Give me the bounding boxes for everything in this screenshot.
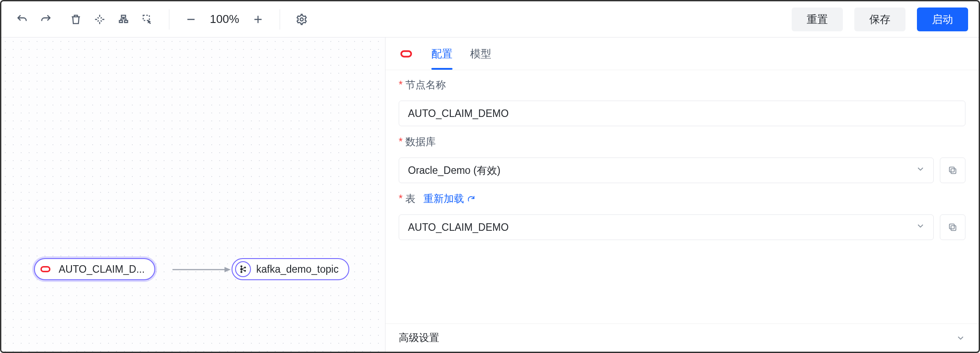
- svg-point-7: [244, 267, 246, 268]
- tab-config[interactable]: 配置: [431, 38, 453, 70]
- copy-icon: [948, 165, 958, 175]
- flow-node-label: AUTO_CLAIM_D...: [59, 263, 145, 275]
- svg-rect-14: [951, 169, 956, 173]
- oracle-icon: [37, 261, 53, 277]
- zoom-in-button[interactable]: [248, 9, 268, 30]
- config-panel: 配置 模型 *节点名称 *数据库 Oracle_Demo (有效): [385, 38, 979, 352]
- zoom-out-button[interactable]: [181, 9, 201, 30]
- svg-point-6: [240, 271, 242, 273]
- advanced-settings-label: 高级设置: [399, 331, 439, 345]
- undo-button[interactable]: [12, 9, 32, 30]
- settings-button[interactable]: [292, 9, 312, 30]
- svg-marker-3: [224, 267, 231, 272]
- layout-icon: [117, 13, 130, 26]
- toolbar-separator: [169, 9, 169, 30]
- reload-tables-link[interactable]: 重新加载: [423, 192, 475, 206]
- advanced-settings-toggle[interactable]: 高级设置: [385, 323, 979, 352]
- center-button[interactable]: [90, 9, 110, 30]
- gear-icon: [295, 13, 308, 26]
- copy-icon: [948, 222, 958, 232]
- flow-canvas[interactable]: AUTO_CLAIM_D... kafka_demo_topic: [1, 38, 385, 352]
- svg-point-4: [240, 265, 242, 267]
- field-label-database: *数据库: [399, 135, 965, 149]
- kafka-icon: [235, 261, 251, 277]
- database-select[interactable]: Oracle_Demo (有效): [399, 158, 934, 183]
- svg-point-5: [240, 268, 243, 270]
- node-name-input[interactable]: [399, 101, 965, 126]
- zoom-controls: 100%: [181, 9, 268, 30]
- plus-icon: [252, 13, 264, 26]
- undo-icon: [16, 13, 28, 26]
- copy-table-button[interactable]: [940, 214, 965, 240]
- save-button[interactable]: 保存: [854, 8, 905, 31]
- copy-database-button[interactable]: [940, 158, 965, 183]
- start-button[interactable]: 启动: [917, 8, 968, 31]
- svg-line-12: [242, 270, 244, 270]
- svg-rect-13: [401, 51, 411, 56]
- redo-button[interactable]: [36, 9, 56, 30]
- center-icon: [94, 13, 106, 26]
- flow-node-target[interactable]: kafka_demo_topic: [232, 258, 349, 280]
- selection-tool-button[interactable]: [137, 9, 157, 30]
- toolbar-separator: [280, 9, 280, 30]
- database-select-value: Oracle_Demo (有效): [408, 164, 501, 177]
- svg-point-0: [300, 18, 303, 21]
- table-select-value: AUTO_CLAIM_DEMO: [408, 222, 509, 233]
- svg-rect-17: [950, 224, 954, 229]
- chevron-down-icon: [916, 164, 925, 176]
- zoom-level: 100%: [205, 12, 244, 26]
- svg-rect-1: [41, 267, 50, 272]
- svg-point-8: [244, 270, 246, 272]
- redo-icon: [40, 13, 52, 26]
- flow-edge[interactable]: [172, 265, 232, 274]
- chevron-down-icon: [956, 333, 965, 343]
- tab-model[interactable]: 模型: [470, 38, 491, 70]
- field-label-table: *表 重新加载: [399, 192, 965, 206]
- flow-node-label: kafka_demo_topic: [256, 263, 339, 275]
- auto-layout-button[interactable]: [113, 9, 134, 30]
- svg-line-11: [242, 268, 244, 269]
- refresh-icon: [467, 195, 475, 203]
- panel-tabs: 配置 模型: [385, 38, 979, 70]
- table-select[interactable]: AUTO_CLAIM_DEMO: [399, 214, 934, 240]
- field-label-node-name: *节点名称: [399, 78, 965, 92]
- selection-icon: [141, 13, 153, 26]
- oracle-icon: [399, 46, 414, 61]
- svg-rect-15: [950, 167, 954, 172]
- minus-icon: [185, 13, 197, 26]
- svg-rect-16: [951, 225, 956, 230]
- trash-icon: [70, 13, 82, 26]
- toolbar: 100% 重置 保存 启动: [1, 1, 979, 38]
- chevron-down-icon: [916, 221, 925, 233]
- flow-node-source[interactable]: AUTO_CLAIM_D...: [34, 258, 155, 280]
- reset-button[interactable]: 重置: [792, 8, 843, 31]
- delete-button[interactable]: [66, 9, 86, 30]
